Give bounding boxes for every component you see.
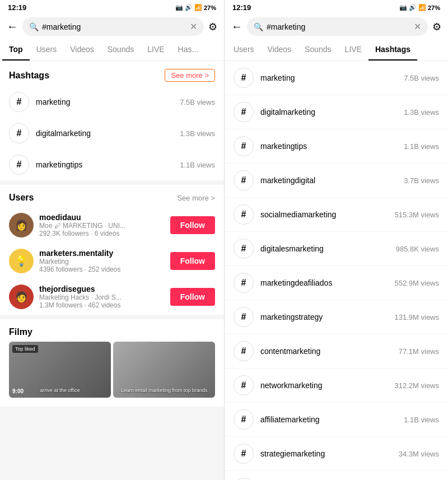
search-input-wrap-left[interactable]: 🔍 #marketing ✕ [22, 17, 204, 36]
tab-users-right[interactable]: Users [227, 39, 261, 60]
battery-left: 27% [204, 4, 216, 11]
list-item-strategy[interactable]: # marketingstrategy 131.9M views [225, 300, 448, 334]
list-item-strategie[interactable]: # strategiemarketing 34.3M views [225, 437, 448, 471]
avatar-marketers: 💡 [9, 249, 34, 273]
users-title: Users [9, 193, 34, 203]
clear-button-left[interactable]: ✕ [190, 21, 197, 32]
hashtag-row-digitalmarketing[interactable]: # digitalmarketing 1.3B views [0, 118, 224, 149]
follow-button-2[interactable]: Follow [170, 252, 215, 270]
filter-button-right[interactable]: ⚙ [432, 21, 441, 33]
list-item-marketingdigital[interactable]: # marketingdigital 3.7B views [225, 164, 448, 198]
username-1: moedidauu [39, 213, 165, 222]
video-thumb-1[interactable]: Top liked 9:00 arrive at the office [9, 342, 111, 398]
tab-live-left[interactable]: LIVE [141, 39, 171, 60]
userstats-2: 4396 followers · 252 videos [39, 265, 165, 273]
tab-videos-right[interactable]: Videos [261, 39, 298, 60]
time-left: 12:19 [8, 3, 26, 12]
list-item-afiliados[interactable]: # marketingdeafiliados 552.9M views [225, 266, 448, 300]
search-icon-left: 🔍 [29, 22, 39, 31]
tab-top[interactable]: Top [2, 39, 30, 60]
search-bar-right: ← 🔍 #marketing ✕ ⚙ [225, 14, 448, 39]
filmy-title: Filmy [0, 319, 224, 342]
list-item-content[interactable]: # contentmarketing 77.1M views [225, 334, 448, 369]
status-bar-right: 12:19 📷 🔊 📶 27% [225, 0, 448, 14]
tab-sounds-left[interactable]: Sounds [101, 39, 141, 60]
search-bar-left: ← 🔍 #marketing ✕ ⚙ [0, 14, 224, 39]
users-section: Users See more > 👩 moedidauu Moe 🖊 MARKE… [0, 185, 224, 315]
r-hashtag-2: digitalmarketing [260, 108, 397, 116]
avatar-thejordi: 🧑 [9, 285, 34, 309]
tab-videos-left[interactable]: Videos [63, 39, 101, 60]
status-bar-left: 12:19 📷 🔊 📶 27% [0, 0, 224, 14]
list-item-digitales[interactable]: # digitalesmarketing 985.8K views [225, 232, 448, 266]
tabs-right: Users Videos Sounds LIVE Hashtags [225, 39, 448, 61]
hashtag-views-2: 1.3B views [180, 129, 215, 138]
hash-icon-r8: # [234, 307, 254, 327]
battery-right: 27% [428, 4, 440, 11]
user-row-moedidauu: 👩 moedidauu Moe 🖊 MARKETING · UNI... 292… [0, 207, 224, 243]
r-views-6: 985.8K views [396, 245, 439, 253]
r-views-7: 552.9M views [395, 279, 439, 287]
r-hashtag-3: marketingtips [260, 142, 397, 151]
clear-button-right[interactable]: ✕ [414, 21, 421, 32]
left-phone: 12:19 📷 🔊 📶 27% ← 🔍 #marketing ✕ ⚙ Top U… [0, 0, 224, 480]
userstats-3: 1.3M followers · 462 videos [39, 301, 165, 309]
search-input-wrap-right[interactable]: 🔍 #marketing ✕ [247, 17, 428, 36]
hashtag-row-marketingtips[interactable]: # marketingtips 1.1B views [0, 149, 224, 180]
r-views-10: 312.2M views [395, 381, 439, 390]
status-icons-right: 📷 🔊 📶 27% [399, 4, 440, 11]
username-3: thejordisegues [39, 285, 165, 293]
list-item-network[interactable]: # networkmarketing 312.2M views [225, 369, 448, 403]
tab-users-left[interactable]: Users [30, 39, 64, 60]
video-thumb-2[interactable]: Learn email marketing from top brands [113, 342, 215, 398]
hashtags-header: Hashtags See more > [0, 61, 224, 86]
tab-has-left[interactable]: Has... [171, 39, 206, 60]
hashtags-section: Hashtags See more > # marketing 7.5B vie… [0, 61, 224, 180]
r-hashtag-6: digitalesmarketing [260, 244, 389, 253]
list-item-affiliate[interactable]: # affiliatemarketing 1.1B views [225, 403, 448, 437]
list-item-marketingtips[interactable]: # marketingtips 1.1B views [225, 129, 448, 164]
filter-button-left[interactable]: ⚙ [208, 21, 217, 33]
search-icon-right: 🔍 [254, 22, 263, 31]
content-right: # marketing 7.5B views # digitalmarketin… [225, 61, 448, 480]
hash-icon-r7: # [234, 273, 254, 293]
userdesc-2: Marketing [39, 258, 129, 265]
hash-icon-r3: # [234, 136, 254, 156]
follow-button-1[interactable]: Follow [170, 216, 215, 234]
list-item-socialmedia[interactable]: # socialmediamarketing 515.3M views [225, 198, 448, 232]
r-hashtag-7: marketingdeafiliados [260, 278, 388, 287]
hashtags-see-more[interactable]: See more > [165, 69, 215, 82]
filmy-section: Filmy Top liked 9:00 arrive at the offic… [0, 319, 224, 407]
tabs-left: Top Users Videos Sounds LIVE Has... [0, 39, 224, 61]
user-info-moedidauu: moedidauu Moe 🖊 MARKETING · UNI... 292.3… [39, 213, 165, 237]
r-hashtag-5: socialmediamarketing [260, 210, 388, 219]
hashtag-row-marketing[interactable]: # marketing 7.5B views [0, 86, 224, 118]
r-views-11: 1.1B views [404, 416, 439, 424]
hashtag-views-1: 7.5B views [180, 98, 215, 106]
tab-sounds-right[interactable]: Sounds [298, 39, 338, 60]
r-hashtag-8: marketingstrategy [260, 313, 388, 321]
userstats-1: 292.3K followers · 6 videos [39, 230, 165, 237]
r-views-5: 515.3M views [395, 211, 439, 219]
hash-icon-2: # [9, 123, 29, 143]
r-views-3: 1.1B views [404, 142, 439, 151]
hash-icon-r12: # [234, 444, 254, 464]
tab-hashtags-right[interactable]: Hashtags [368, 39, 417, 60]
list-item-online[interactable]: # onlinemarketing 268.9M views [225, 471, 448, 480]
hash-icon-r1: # [234, 68, 254, 88]
user-row-marketers: 💡 marketers.mentality Marketing 4396 fol… [0, 243, 224, 279]
follow-button-3[interactable]: Follow [170, 288, 215, 306]
search-query-left: #marketing [42, 22, 186, 31]
back-button-right[interactable]: ← [231, 20, 242, 33]
hashtag-name-1: marketing [36, 97, 173, 106]
username-2: marketers.mentality [39, 249, 165, 258]
r-hashtag-1: marketing [260, 73, 397, 82]
status-icons-left: 📷 🔊 📶 27% [175, 4, 216, 11]
list-item-marketing[interactable]: # marketing 7.5B views [225, 61, 448, 95]
r-hashtag-11: affiliatemarketing [260, 415, 397, 424]
user-info-marketers: marketers.mentality Marketing 4396 follo… [39, 249, 165, 273]
list-item-digitalmarketing[interactable]: # digitalmarketing 1.3B views [225, 95, 448, 129]
tab-live-right[interactable]: LIVE [338, 39, 368, 60]
users-see-more[interactable]: See more > [177, 194, 215, 202]
back-button-left[interactable]: ← [7, 20, 18, 33]
